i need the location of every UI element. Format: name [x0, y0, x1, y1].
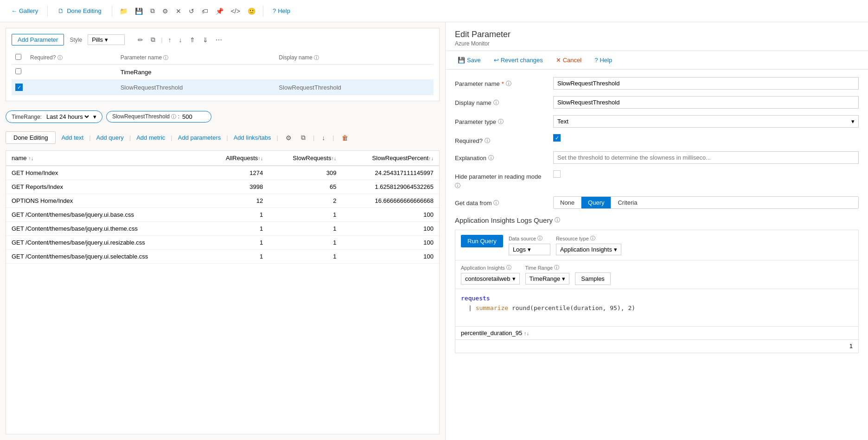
samples-button[interactable]: Samples [575, 272, 611, 285]
param-config-box: Add Parameter Style Pills ▾ ✏ ⧉ | ↑ ↓ ⇑ … [6, 28, 440, 101]
chevron-rt: ▾ [614, 246, 617, 253]
query-panel: Run Query Data source ⓘ Logs ▾ [455, 230, 859, 353]
add-parameter-button[interactable]: Add Parameter [12, 34, 64, 45]
cell-all: 3998 [204, 180, 268, 194]
done-editing-label: Done Editing [67, 7, 101, 14]
time-range-query-dropdown[interactable]: TimeRange ▾ [525, 273, 570, 285]
query-editor[interactable]: requests | summarize round(percentile(du… [455, 289, 858, 326]
code-icon-btn[interactable]: </> [229, 6, 242, 16]
add-params-link[interactable]: Add parameters [178, 134, 221, 141]
move-top-icon-btn[interactable]: ⇑ [188, 35, 197, 45]
th-all-requests[interactable]: AllRequests↑↓ [204, 151, 268, 166]
separator-2 [112, 6, 112, 17]
table-row[interactable]: GET Reports/Index 3998 65 1.625812906453… [6, 180, 439, 194]
done-editing-button[interactable]: 🗋 Done Editing [53, 6, 106, 16]
required-checkbox[interactable] [553, 134, 561, 142]
table-row[interactable]: SlowRequestThreshold SlowRequestThreshol… [12, 80, 434, 95]
revert-button[interactable]: ↩ Revert changes [491, 55, 546, 65]
more-icon-btn[interactable]: ⋯ [214, 35, 224, 45]
table-row[interactable]: TimeRange [12, 65, 434, 80]
bar-sep-2: | [129, 134, 131, 141]
help-circle-icon: ? [594, 57, 598, 64]
results-row: 1 [455, 340, 858, 353]
tag-icon-btn[interactable]: 🏷 [200, 6, 210, 16]
floppy-icon-btn[interactable]: 💾 [133, 6, 145, 16]
th-slow-requests[interactable]: SlowRequests↑↓ [268, 151, 342, 166]
info-icon-rt: ⓘ [590, 235, 595, 242]
th-percentile[interactable]: percentile_duration_95 ↑↓ [455, 327, 858, 340]
param-type-label-text: Parameter type [455, 118, 496, 125]
copy-btn-bar[interactable]: ⧉ [299, 133, 307, 142]
table-row[interactable]: GET /Content/themes/base/jquery.ui.resiz… [6, 236, 439, 250]
cell-pct: 100 [342, 222, 439, 236]
display-name-input[interactable] [553, 96, 859, 109]
samples-label: Samples [581, 275, 605, 282]
add-metric-link[interactable]: Add metric [136, 134, 165, 141]
run-query-button[interactable]: Run Query [461, 235, 503, 247]
add-links-link[interactable]: Add links/tabs [234, 134, 271, 141]
duplicate-icon-btn[interactable]: ⧉ [149, 35, 157, 45]
pin-icon-btn[interactable]: 📌 [214, 6, 225, 16]
rt-value: Application Insights [560, 246, 612, 253]
time-range-select[interactable]: Last 24 hours [45, 113, 90, 121]
move-down-icon-btn[interactable]: ↓ [177, 35, 184, 45]
row-checkbox-1[interactable] [15, 68, 21, 74]
th-slow-pct[interactable]: SlowRequestPercent↑↓ [342, 151, 439, 166]
add-text-link[interactable]: Add text [61, 134, 83, 141]
folder-icon-btn[interactable]: 📁 [118, 6, 129, 16]
info-icon: ⓘ [57, 55, 63, 60]
param-name-input[interactable] [553, 77, 859, 90]
radio-query[interactable]: Query [581, 197, 611, 208]
cancel-button[interactable]: ✕ Cancel [553, 55, 584, 65]
slow-request-input[interactable] [182, 113, 205, 120]
resource-type-dropdown[interactable]: Application Insights ▾ [556, 244, 621, 255]
close-icon-btn[interactable]: ✕ [174, 6, 183, 16]
refresh-icon-btn[interactable]: ↺ [187, 6, 196, 16]
copy-icon-btn[interactable]: ⧉ [148, 6, 157, 16]
field-value-get-data: None Query Criteria [553, 196, 859, 209]
th-name[interactable]: name ↑↓ [6, 151, 204, 166]
style-dropdown[interactable]: Pills ▾ [88, 34, 125, 45]
info-icon-3: ⓘ [314, 55, 319, 60]
time-range-pill[interactable]: TimeRange: Last 24 hours ▾ [6, 110, 102, 123]
help-ep-button[interactable]: ? Help [592, 55, 615, 65]
move-bottom-icon-btn[interactable]: ⇓ [201, 35, 210, 45]
table-row[interactable]: GET /Content/themes/base/jquery.ui.theme… [6, 222, 439, 236]
edit-icon-btn[interactable]: ✏ [136, 35, 145, 45]
emoji-icon-btn[interactable]: 🙂 [246, 6, 257, 16]
table-row[interactable]: GET Home/Index 1274 309 24.2543171111459… [6, 166, 439, 180]
query-function: round(percentile(duration, 95), 2) [512, 304, 635, 311]
top-toolbar: ← Gallery 🗋 Done Editing 📁 💾 ⧉ ⚙ ✕ ↺ 🏷 📌… [0, 0, 868, 22]
info-icon-param-type: ⓘ [498, 118, 504, 126]
app-insights-dropdown[interactable]: contosoretailweb ▾ [461, 273, 520, 285]
table-row[interactable]: GET /Content/themes/base/jquery.ui.selec… [6, 250, 439, 264]
gallery-button[interactable]: ← Gallery [7, 6, 42, 16]
info-icon-ai: ⓘ [506, 264, 511, 271]
down-btn-bar[interactable]: ↓ [320, 133, 327, 142]
explanation-input[interactable] [553, 151, 859, 164]
delete-btn-bar[interactable]: 🗑 [340, 133, 350, 142]
done-editing-bar-button[interactable]: Done Editing [6, 131, 56, 144]
data-source-dropdown[interactable]: Logs ▾ [509, 244, 550, 255]
radio-criteria[interactable]: Criteria [611, 197, 644, 208]
slow-request-pill[interactable]: SlowRequestThreshold ⓘ : [106, 111, 211, 123]
hide-checkbox[interactable] [553, 170, 561, 178]
row-checkbox-2[interactable] [15, 84, 23, 91]
settings-icon-btn[interactable]: ⚙ [160, 6, 170, 16]
radio-none[interactable]: None [554, 197, 581, 208]
settings-btn-bar[interactable]: ⚙ [284, 133, 294, 142]
field-row-display-name: Display name ⓘ [455, 96, 859, 109]
help-button[interactable]: ? Help [269, 6, 294, 16]
chevron-down-icon: ▾ [105, 36, 108, 43]
select-all-checkbox[interactable] [15, 54, 21, 60]
query-section: Application Insights Logs Query ⓘ Run Qu… [455, 216, 859, 353]
table-row[interactable]: OPTIONS Home/Index 12 2 16.6666666666666… [6, 194, 439, 208]
move-up-icon-btn[interactable]: ↑ [166, 35, 173, 45]
save-button[interactable]: 💾 Save [455, 55, 484, 65]
save-icon: 🗋 [58, 7, 64, 14]
add-query-link[interactable]: Add query [96, 134, 124, 141]
table-row[interactable]: GET /Content/themes/base/jquery.ui.base.… [6, 208, 439, 222]
cell-name: OPTIONS Home/Index [6, 194, 204, 208]
help-icon: ? [273, 7, 276, 14]
param-type-dropdown[interactable]: Text ▾ [553, 115, 859, 128]
